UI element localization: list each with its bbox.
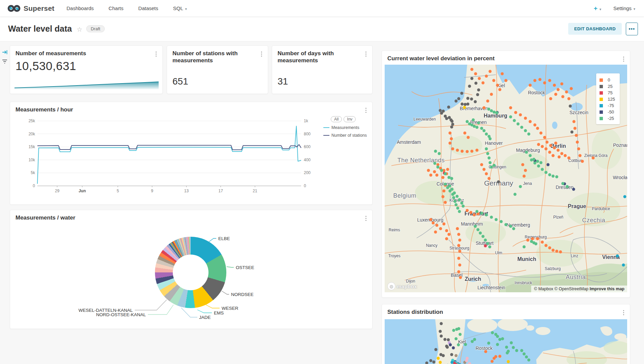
station-dot[interactable] <box>581 160 584 163</box>
station-dot[interactable] <box>489 137 492 140</box>
station-dot[interactable] <box>515 349 518 352</box>
station-dot[interactable] <box>449 131 452 134</box>
station-dot[interactable] <box>458 238 461 241</box>
station-dot[interactable] <box>461 205 464 208</box>
station-dot[interactable] <box>488 245 491 248</box>
station-dot[interactable] <box>487 342 490 345</box>
station-dot[interactable] <box>558 155 561 158</box>
station-dot[interactable] <box>519 185 522 188</box>
station-dot[interactable] <box>429 173 432 176</box>
station-dot[interactable] <box>473 338 476 341</box>
station-dot[interactable] <box>432 221 435 224</box>
station-dot[interactable] <box>490 216 493 219</box>
station-dot[interactable] <box>427 169 430 172</box>
station-dot[interactable] <box>457 343 460 346</box>
station-dot[interactable] <box>457 257 460 260</box>
station-dot[interactable] <box>541 168 544 171</box>
station-dot[interactable] <box>458 210 461 213</box>
chart-menu-icon[interactable] <box>154 51 158 57</box>
station-dot[interactable] <box>513 119 516 122</box>
station-dot[interactable] <box>450 126 453 129</box>
station-dot[interactable] <box>510 341 513 344</box>
station-dot[interactable] <box>485 213 488 217</box>
station-dot[interactable] <box>440 169 443 172</box>
station-dot[interactable] <box>552 175 555 178</box>
station-dot[interactable] <box>543 81 546 85</box>
station-dot[interactable] <box>453 200 456 203</box>
station-dot[interactable] <box>485 172 488 175</box>
station-dot[interactable] <box>560 152 563 155</box>
station-dot[interactable] <box>570 87 573 90</box>
station-dot[interactable] <box>524 169 527 172</box>
station-dot[interactable] <box>553 146 556 149</box>
station-dot[interactable] <box>524 117 527 120</box>
station-dot[interactable] <box>592 157 595 160</box>
station-dot[interactable] <box>506 352 509 355</box>
station-dot[interactable] <box>457 327 460 330</box>
station-dot[interactable] <box>537 165 540 168</box>
station-dot[interactable] <box>569 105 572 108</box>
station-dot[interactable] <box>544 171 547 174</box>
station-dot[interactable] <box>466 97 469 100</box>
station-dot[interactable] <box>434 348 437 351</box>
station-dot[interactable] <box>442 354 445 357</box>
station-dot[interactable] <box>455 195 458 198</box>
station-dot[interactable] <box>459 276 462 279</box>
station-dot[interactable] <box>439 330 442 333</box>
chart-menu-icon[interactable] <box>259 51 264 57</box>
station-dot[interactable] <box>520 126 523 129</box>
station-dot[interactable] <box>559 251 562 254</box>
station-dot[interactable] <box>578 154 581 157</box>
station-dot[interactable] <box>460 202 463 205</box>
station-dot[interactable] <box>445 117 448 120</box>
station-dot[interactable] <box>521 163 524 166</box>
station-dot[interactable] <box>554 93 557 96</box>
station-dot[interactable] <box>457 97 460 100</box>
station-dot[interactable] <box>555 175 558 178</box>
station-dot[interactable] <box>477 122 480 125</box>
station-dot[interactable] <box>448 184 451 187</box>
chart-menu-icon[interactable] <box>621 309 626 316</box>
station-dot[interactable] <box>452 329 455 332</box>
mapbox-logo[interactable]: ◍ mapbox <box>387 282 417 290</box>
station-dot[interactable] <box>556 88 559 91</box>
station-dot[interactable] <box>477 89 480 92</box>
station-dot[interactable] <box>451 361 454 364</box>
station-dot[interactable] <box>543 136 546 139</box>
station-dot[interactable] <box>457 270 460 273</box>
station-dot[interactable] <box>490 360 493 363</box>
station-dot[interactable] <box>526 238 529 241</box>
station-dot[interactable] <box>469 211 472 214</box>
station-dot[interactable] <box>440 335 443 338</box>
station-dot[interactable] <box>441 195 444 198</box>
station-dot[interactable] <box>429 359 432 362</box>
station-dot[interactable] <box>450 177 453 180</box>
station-dot[interactable] <box>576 140 579 143</box>
station-dot[interactable] <box>476 93 479 96</box>
station-dot[interactable] <box>520 349 523 352</box>
deviation-map[interactable]: 02575125-75-50-25 ◍ mapbox © Mapbox © Op… <box>385 65 627 292</box>
station-dot[interactable] <box>552 154 555 157</box>
station-dot[interactable] <box>465 209 469 212</box>
station-dot[interactable] <box>570 131 573 134</box>
station-dot[interactable] <box>577 147 580 151</box>
station-dot[interactable] <box>541 145 544 148</box>
station-dot[interactable] <box>481 235 484 238</box>
map-legend-entry[interactable]: -50 <box>600 109 615 115</box>
station-dot[interactable] <box>496 84 499 87</box>
chart-menu-icon[interactable] <box>363 107 368 113</box>
station-dot[interactable] <box>425 361 428 364</box>
station-dot[interactable] <box>490 166 493 169</box>
station-dot[interactable] <box>434 150 437 153</box>
station-dot[interactable] <box>447 338 450 341</box>
station-dot[interactable] <box>485 147 488 151</box>
station-dot[interactable] <box>544 244 547 247</box>
station-dot[interactable] <box>534 124 537 127</box>
station-dot[interactable] <box>523 245 526 248</box>
station-dot[interactable] <box>501 337 504 340</box>
station-dot[interactable] <box>523 175 526 178</box>
station-dot[interactable] <box>498 88 502 91</box>
station-dot[interactable] <box>495 111 498 114</box>
station-dot[interactable] <box>457 233 460 236</box>
station-dot[interactable] <box>484 238 487 241</box>
